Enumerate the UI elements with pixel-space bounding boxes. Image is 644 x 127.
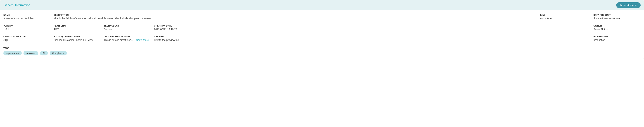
- tags-section: TAGS experimental customer PII Complianc…: [0, 45, 644, 59]
- field-label: OWNER: [594, 24, 640, 27]
- field-value: production: [594, 38, 640, 42]
- field-process-description: PROCESS DESCRIPTION This is data is dire…: [104, 35, 150, 42]
- field-kind: KIND outputPort: [540, 14, 587, 20]
- field-value: finance.financecustomer.1: [594, 17, 640, 20]
- field-label: PREVIEW: [154, 35, 200, 38]
- field-name: NAME FinanceCustomer_FullView: [4, 14, 50, 20]
- field-label: DATA PRODUCT: [594, 14, 640, 16]
- field-label: ENVIRONMENT: [594, 35, 640, 38]
- field-technology: TECHNOLOGY Dremio: [104, 24, 150, 31]
- field-label: CREATION DATE: [154, 24, 200, 27]
- field-value: Paolo Platter: [594, 28, 640, 31]
- request-access-button[interactable]: Request access: [616, 2, 640, 8]
- field-environment: ENVIRONMENT production: [594, 35, 640, 42]
- field-value: FinanceCustomer_FullView: [4, 17, 50, 20]
- field-version: VERSION 1.0.1: [4, 24, 50, 31]
- field-label: NAME: [4, 14, 50, 16]
- field-preview: PREVIEW Link to the preview file: [154, 35, 200, 42]
- tag-item[interactable]: customer: [24, 51, 38, 56]
- field-value: This is the full list of customers with …: [54, 17, 536, 20]
- field-value: 2022/06/21 14:18:22: [154, 28, 200, 31]
- field-value: AWS: [54, 28, 100, 31]
- field-output-port-type: OUTPUT PORT TYPE SQL: [4, 35, 50, 42]
- tag-item[interactable]: Compliance: [50, 51, 67, 56]
- card-title: General Information: [4, 4, 30, 7]
- show-more-link[interactable]: Show More: [136, 38, 149, 42]
- card-header: General Information Request access: [0, 0, 644, 10]
- field-label: PROCESS DESCRIPTION: [104, 35, 150, 38]
- tag-item[interactable]: experimental: [4, 51, 22, 56]
- field-description: DESCRIPTION This is the full list of cus…: [54, 14, 536, 20]
- field-value: Dremio: [104, 28, 150, 31]
- field-value: 1.0.1: [4, 28, 50, 31]
- process-description-text: This is data is directly comin…: [104, 38, 134, 42]
- info-row-3: OUTPUT PORT TYPE SQL FULLY QUALIFIED NAM…: [4, 35, 587, 42]
- field-label: OUTPUT PORT TYPE: [4, 35, 50, 38]
- left-column: NAME FinanceCustomer_FullView DESCRIPTIO…: [4, 14, 587, 42]
- field-label: DESCRIPTION: [54, 14, 536, 16]
- tags-label: TAGS: [4, 47, 640, 50]
- tags-row: experimental customer PII Compliance: [4, 51, 640, 56]
- field-owner: OWNER Paolo Platter: [594, 24, 640, 31]
- info-row-1: NAME FinanceCustomer_FullView DESCRIPTIO…: [4, 14, 587, 20]
- info-row-2: VERSION 1.0.1 PLATFORM AWS TECHNOLOGY Dr…: [4, 24, 587, 31]
- field-platform: PLATFORM AWS: [54, 24, 100, 31]
- field-fully-qualified-name: FULLY QUALIFIED NAME Finance Customer Im…: [54, 35, 100, 42]
- field-data-product: DATA PRODUCT finance.financecustomer.1: [594, 14, 640, 20]
- field-creation-date: CREATION DATE 2022/06/21 14:18:22: [154, 24, 200, 31]
- field-value: outputPort: [540, 17, 587, 20]
- field-label: TECHNOLOGY: [104, 24, 150, 27]
- field-value: Finance Customer Impala Full View: [54, 38, 100, 42]
- field-label: PLATFORM: [54, 24, 100, 27]
- field-label: KIND: [540, 14, 587, 16]
- tag-item[interactable]: PII: [40, 51, 48, 56]
- right-column: DATA PRODUCT finance.financecustomer.1 O…: [588, 14, 640, 42]
- field-value: SQL: [4, 38, 50, 42]
- preview-link[interactable]: Link to the preview file: [154, 38, 200, 42]
- general-information-card: General Information Request access NAME …: [0, 0, 644, 59]
- field-value: This is data is directly comin… Show Mor…: [104, 38, 150, 42]
- card-body: NAME FinanceCustomer_FullView DESCRIPTIO…: [0, 10, 644, 42]
- field-label: VERSION: [4, 24, 50, 27]
- field-label: FULLY QUALIFIED NAME: [54, 35, 100, 38]
